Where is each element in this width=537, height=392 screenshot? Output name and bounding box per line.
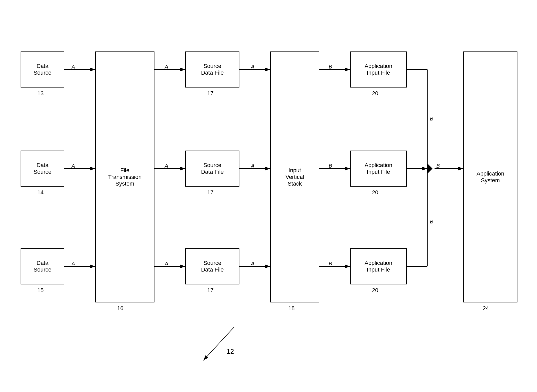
fanout-symbol [427,163,435,174]
app-input-file-1-number: 20 [372,90,378,97]
data-source-2: Data Source [21,151,64,187]
diagram-reference-arrow [190,324,242,365]
source-data-file-3-number: 17 [207,287,213,294]
diagram-arrows [10,15,525,376]
arrow-label-b-top: B [430,116,433,122]
svg-marker-20 [427,163,432,174]
app-input-file-3-number: 20 [372,287,378,294]
arrow-label-a6: A [251,163,254,169]
data-source-3-number: 15 [37,287,44,294]
file-transmission-number: 16 [117,305,123,312]
arrow-label-a3: A [251,64,254,70]
app-input-file-3: Application Input File [350,248,407,284]
arrow-label-a1: A [72,64,75,70]
diagram: Data Source 13 Data Source 14 Data Sourc… [10,15,525,376]
file-transmission-system: File Transmission System [95,51,154,302]
source-data-file-1: Source Data File [185,51,239,88]
source-data-file-3: Source Data File [185,248,239,284]
data-source-1: Data Source [21,51,64,88]
arrow-label-a4: A [72,163,75,169]
svg-line-21 [203,327,234,360]
app-input-file-2: Application Input File [350,151,407,187]
arrow-label-b3: B [329,261,332,267]
arrow-label-b1: B [329,64,332,70]
arrow-label-a9: A [251,261,254,267]
arrow-label-a2: A [165,64,168,70]
application-system-number: 24 [483,305,489,312]
app-input-file-1: Application Input File [350,51,407,88]
source-data-file-1-number: 17 [207,90,213,97]
input-vertical-stack-number: 18 [288,305,295,312]
source-data-file-2: Source Data File [185,151,239,187]
arrow-label-a7: A [72,261,75,267]
source-data-file-2-number: 17 [207,189,213,196]
data-source-2-number: 14 [37,189,44,196]
input-vertical-stack: Input Vertical Stack [270,51,319,302]
arrow-label-a5: A [165,163,168,169]
application-system: Application System [463,51,517,302]
arrow-label-b-bottom: B [430,219,433,225]
data-source-3: Data Source [21,248,64,284]
data-source-1-number: 13 [37,90,44,97]
arrow-label-a8: A [165,261,168,267]
arrow-label-b2: B [329,163,332,169]
app-input-file-2-number: 20 [372,189,378,196]
arrow-label-b-mid: B [436,163,440,169]
